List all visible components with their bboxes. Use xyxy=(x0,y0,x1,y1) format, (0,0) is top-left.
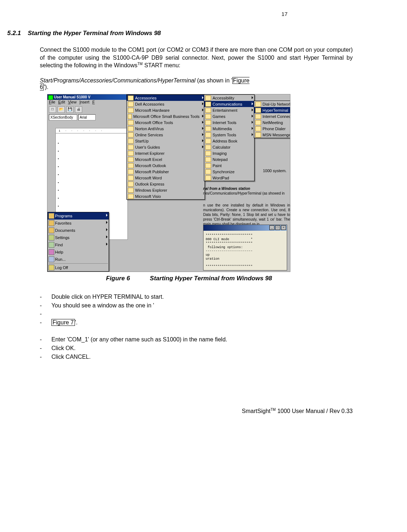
menu-item[interactable]: Norton AntiVirus xyxy=(127,125,205,132)
menu-item[interactable]: NetMeeting xyxy=(254,119,290,125)
menu-item-label: Programs xyxy=(55,214,72,218)
folder-icon xyxy=(128,163,134,168)
menu-item[interactable]: Windows Explorer xyxy=(127,187,205,193)
menu-item-label: Microsoft Word xyxy=(135,176,162,180)
menu-item[interactable]: Communications xyxy=(204,101,254,107)
menu-item[interactable]: Accessories xyxy=(127,95,205,101)
menu-item[interactable]: Documents xyxy=(48,227,109,234)
menu-item[interactable]: MSN Messenger Service xyxy=(254,132,290,138)
menu-item-label: WordPad xyxy=(213,176,229,180)
menu-item[interactable]: Microsoft Excel xyxy=(127,156,205,162)
communications-menu[interactable]: Dial-Up NetworkingHyperTerminalInternet … xyxy=(254,101,290,138)
menu-item[interactable]: Calculator xyxy=(204,144,254,150)
menu-item[interactable]: Accessibility xyxy=(204,95,254,101)
menu-item[interactable]: Dell Accessories xyxy=(127,101,205,107)
menu-item[interactable]: Paint xyxy=(204,162,254,169)
menu-item[interactable]: Microsoft Publisher xyxy=(127,169,205,175)
folder-icon xyxy=(128,120,134,125)
menu-item[interactable]: Run... xyxy=(48,256,109,263)
menu-item[interactable]: Notepad xyxy=(204,156,254,162)
folder-icon xyxy=(128,132,134,137)
menu-item-label: Settings xyxy=(55,235,70,240)
font-combo[interactable]: Arial xyxy=(78,114,96,120)
menu-item[interactable]: User's Guides xyxy=(127,144,205,150)
menubar-item[interactable]: File xyxy=(49,100,55,104)
word-menubar[interactable]: FileEditViewInsertF xyxy=(47,100,129,106)
section-heading: 5.2.1 Starting the Hyper Terminal from W… xyxy=(7,30,371,37)
menu-item-label: Run... xyxy=(55,257,66,261)
menu-item[interactable]: Internet Tools xyxy=(204,119,254,125)
menu-item[interactable]: Games xyxy=(204,113,254,119)
start-menu[interactable]: ProgramsFavoritesDocumentsSettingsFindHe… xyxy=(47,212,109,272)
folder-icon xyxy=(49,220,54,226)
print-icon[interactable]: 🖨 xyxy=(75,106,82,113)
menu-item[interactable]: Microsoft Office Small Business Tools xyxy=(127,113,205,119)
figure7-link[interactable]: Figure 7 xyxy=(51,319,75,326)
word-toolbar-2[interactable]: XSectionBody Arial xyxy=(47,114,129,121)
menu-item[interactable]: Settings xyxy=(48,234,109,241)
menu-item[interactable]: Microsoft Office Tools xyxy=(127,119,205,125)
bullet-list-2: Enter 'COM_1' (or any other name such as… xyxy=(40,336,353,361)
folder-icon xyxy=(128,139,134,144)
menu-item-label: Favorites xyxy=(55,221,71,225)
folder-icon xyxy=(128,151,134,156)
menu-item[interactable]: Imaging xyxy=(204,150,254,156)
menu-item[interactable]: Online Services xyxy=(127,132,205,138)
menubar-item[interactable]: Insert xyxy=(79,100,89,104)
word-toolbar-1[interactable]: □ 📂 💾 🖨 xyxy=(47,106,129,114)
menu-item[interactable]: Outlook Express xyxy=(127,181,205,187)
para1-tm: TM xyxy=(137,62,142,66)
minimize-icon[interactable]: _ xyxy=(269,225,274,230)
programs-menu[interactable]: AccessoriesDell AccessoriesMicrosoft Har… xyxy=(126,94,205,200)
menu-item-label: Dial-Up Networking xyxy=(263,102,290,106)
menu-item[interactable]: Log Off xyxy=(48,264,109,271)
menu-item[interactable]: Favorites xyxy=(48,220,109,227)
folder-icon xyxy=(128,145,134,150)
menu-item-label: Communications xyxy=(213,102,242,106)
folder-icon xyxy=(205,151,211,156)
menubar-item[interactable]: View xyxy=(68,100,77,104)
submenu-arrow-icon xyxy=(106,228,108,231)
paragraph-2: Start/Programs/Accessories/Communication… xyxy=(40,77,353,90)
open-icon[interactable]: 📂 xyxy=(58,106,65,113)
menu-item[interactable]: Internet Explorer xyxy=(127,150,205,156)
menu-item[interactable]: Programs xyxy=(48,212,109,220)
save-icon[interactable]: 💾 xyxy=(66,106,74,113)
new-icon[interactable]: □ xyxy=(49,106,56,113)
menu-item[interactable]: Address Book xyxy=(204,138,254,144)
menubar-item[interactable]: Edit xyxy=(58,100,65,104)
menu-item[interactable]: Multimedia xyxy=(204,125,254,132)
submenu-arrow-icon xyxy=(106,235,108,238)
menubar-item[interactable]: F xyxy=(92,100,95,104)
menu-item[interactable]: Synchronize xyxy=(204,169,254,175)
style-combo[interactable]: XSectionBody xyxy=(49,114,77,120)
maximize-icon[interactable]: □ xyxy=(275,225,280,230)
menu-item[interactable]: Phone Dialer xyxy=(254,125,290,132)
menu-item[interactable]: Microsoft Word xyxy=(127,175,205,181)
menu-item[interactable]: Dial-Up Networking xyxy=(254,101,290,107)
menu-item[interactable]: Microsoft Visio xyxy=(127,193,205,199)
menu-item[interactable]: WordPad xyxy=(204,175,254,181)
word-toolbar-3[interactable] xyxy=(47,121,127,128)
section-number: 5.2.1 xyxy=(7,30,21,37)
menu-item[interactable]: Find xyxy=(48,241,109,248)
bg-para: n use the one installed by default in Wi… xyxy=(203,203,290,226)
menu-item[interactable]: Entertainment xyxy=(204,107,254,113)
submenu-arrow-icon xyxy=(202,133,204,136)
menu-item-label: Documents xyxy=(55,228,75,233)
submenu-arrow-icon xyxy=(252,108,253,111)
menu-item[interactable]: Help xyxy=(48,248,109,256)
close-icon[interactable]: × xyxy=(281,225,286,230)
folder-icon xyxy=(49,256,54,262)
folder-icon xyxy=(128,194,134,199)
menu-item-label: Microsoft Publisher xyxy=(135,170,169,174)
menu-item[interactable]: Internet Connection Wizard xyxy=(254,113,290,119)
window-controls[interactable]: _ □ × xyxy=(204,225,287,231)
menu-item[interactable]: System Tools xyxy=(204,132,254,138)
menu-item[interactable]: StartUp xyxy=(127,138,205,144)
folder-icon xyxy=(49,265,54,271)
menu-item[interactable]: Microsoft Hardware xyxy=(127,107,205,113)
menu-item[interactable]: Microsoft Outlook xyxy=(127,162,205,169)
menu-item[interactable]: HyperTerminal xyxy=(254,107,290,113)
accessories-menu[interactable]: AccessibilityCommunicationsEntertainment… xyxy=(204,94,255,181)
